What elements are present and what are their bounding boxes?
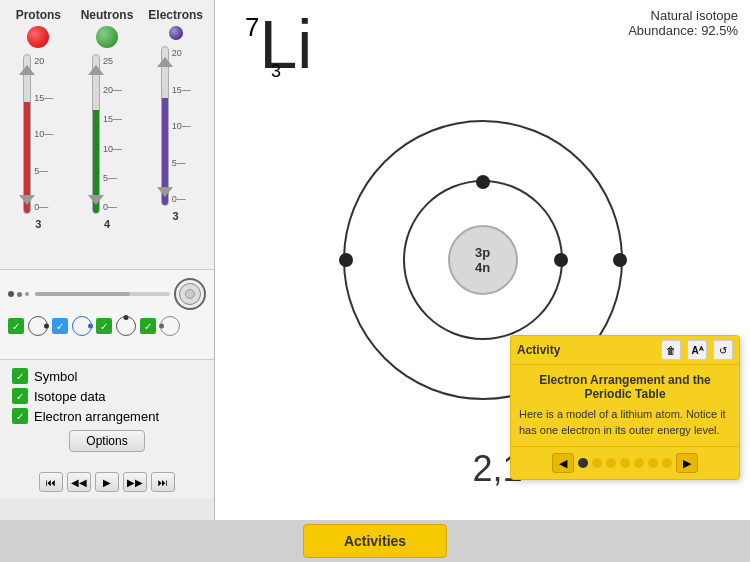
mass-number: 7 bbox=[245, 10, 259, 40]
isotope-info-line2: Abundance: 92.5% bbox=[628, 23, 738, 38]
main-container: Protons 20 15— 10— 5— bbox=[0, 0, 750, 520]
nav-dot-3[interactable] bbox=[606, 458, 616, 468]
neutrons-track[interactable] bbox=[92, 54, 100, 214]
activity-prev-button[interactable]: ◀ bbox=[552, 453, 574, 473]
electrons-track[interactable] bbox=[161, 46, 169, 206]
isotope-data-checkbox-row[interactable]: ✓ Isotope data bbox=[12, 388, 202, 404]
nav-dot-2[interactable] bbox=[592, 458, 602, 468]
electron-arrangement-checkbox-row[interactable]: ✓ Electron arrangement bbox=[12, 408, 202, 424]
anim-orbit-4 bbox=[160, 316, 180, 336]
protons-label: Protons bbox=[16, 8, 61, 22]
protons-thumb-bottom[interactable] bbox=[19, 195, 35, 205]
neutrons-thumb-bottom[interactable] bbox=[88, 195, 104, 205]
neutrons-tick-0: 0— bbox=[103, 202, 122, 212]
electrons-thumb-bottom[interactable] bbox=[157, 187, 173, 197]
electrons-thumb-top[interactable] bbox=[157, 57, 173, 67]
activity-refresh-icon[interactable]: ↺ bbox=[713, 340, 733, 360]
activity-delete-icon[interactable]: 🗑 bbox=[661, 340, 681, 360]
nucleus-neutrons: 4n bbox=[475, 260, 490, 275]
protons-thumb-top[interactable] bbox=[19, 65, 35, 75]
electrons-indicator bbox=[169, 26, 183, 40]
neutrons-label: Neutrons bbox=[81, 8, 134, 22]
particle-dot-3 bbox=[25, 292, 29, 296]
particle-dot-1 bbox=[8, 291, 14, 297]
nav-dot-5[interactable] bbox=[634, 458, 644, 468]
element-symbol-container: 7 Li 3 bbox=[245, 10, 312, 78]
symbol-checkbox-row[interactable]: ✓ Symbol bbox=[12, 368, 202, 384]
forward-end-button[interactable]: ⏭ bbox=[151, 472, 175, 492]
options-button[interactable]: Options bbox=[69, 430, 144, 452]
rewind-button[interactable]: ◀◀ bbox=[67, 472, 91, 492]
symbol-checkbox[interactable]: ✓ bbox=[12, 368, 28, 384]
electrons-tick-20: 20 bbox=[172, 48, 191, 58]
activity-font-icon[interactable]: Aᴬ bbox=[687, 340, 707, 360]
sliders-area: Protons 20 15— 10— 5— bbox=[0, 0, 214, 270]
anim-orbit-electron-2 bbox=[88, 324, 93, 329]
anim-orbit-3 bbox=[116, 316, 136, 336]
neutrons-thumb-top[interactable] bbox=[88, 65, 104, 75]
neutrons-tick-15: 15— bbox=[103, 114, 122, 124]
electrons-label: Electrons bbox=[148, 8, 203, 22]
electrons-slider-col: Electrons 20 15— 10— 5— bbox=[146, 8, 206, 265]
activity-next-button[interactable]: ▶ bbox=[676, 453, 698, 473]
anim-check-1: ✓ bbox=[8, 318, 24, 334]
activity-body: Electron Arrangement and the Periodic Ta… bbox=[511, 365, 739, 446]
activity-panel: Activity 🗑 Aᴬ ↺ Electron Arrangement and… bbox=[510, 335, 740, 480]
protons-slider-col: Protons 20 15— 10— 5— bbox=[8, 8, 68, 265]
protons-track[interactable] bbox=[23, 54, 31, 214]
activity-nav: ◀ ▶ bbox=[511, 446, 739, 479]
symbol-label: Symbol bbox=[34, 369, 77, 384]
electrons-tick-0: 0— bbox=[172, 194, 191, 204]
electron-left bbox=[339, 253, 353, 267]
isotope-data-checkbox[interactable]: ✓ bbox=[12, 388, 28, 404]
rewind-end-button[interactable]: ⏮ bbox=[39, 472, 63, 492]
electron-inner-right bbox=[554, 253, 568, 267]
activity-icons: 🗑 Aᴬ ↺ bbox=[661, 340, 733, 360]
element-symbol: Li bbox=[259, 10, 312, 78]
neutrons-tick-20: 20— bbox=[103, 85, 122, 95]
protons-indicator bbox=[27, 26, 49, 48]
electrons-tick-10: 10— bbox=[172, 121, 191, 131]
isotope-data-label: Isotope data bbox=[34, 389, 106, 404]
isotope-info-line1: Natural isotope bbox=[628, 8, 738, 23]
playback-controls: ⏮ ◀◀ ▶ ▶▶ ⏭ bbox=[0, 466, 214, 498]
nav-dot-6[interactable] bbox=[648, 458, 658, 468]
neutrons-tick-5: 5— bbox=[103, 173, 122, 183]
atomic-number: 3 bbox=[271, 61, 281, 82]
electrons-tick-5: 5— bbox=[172, 158, 191, 168]
protons-tick-10: 10— bbox=[34, 129, 53, 139]
right-panel: Natural isotope Abundance: 92.5% 7 Li 3 bbox=[215, 0, 750, 520]
electron-arrangement-checkbox[interactable]: ✓ bbox=[12, 408, 28, 424]
neutrons-indicator bbox=[96, 26, 118, 48]
anim-check-2: ✓ bbox=[52, 318, 68, 334]
nucleus-icon-inner bbox=[179, 283, 201, 305]
bottom-bar: Activities bbox=[0, 520, 750, 562]
activity-text: Here is a model of a lithium atom. Notic… bbox=[519, 407, 731, 438]
activity-header: Activity 🗑 Aᴬ ↺ bbox=[511, 336, 739, 365]
neutrons-tick-10: 10— bbox=[103, 144, 122, 154]
animation-track-fill bbox=[35, 292, 130, 296]
checkboxes-area: ✓ Symbol ✓ Isotope data ✓ Electron arran… bbox=[0, 360, 214, 466]
electrons-tick-15: 15— bbox=[172, 85, 191, 95]
anim-orbit-electron-4 bbox=[159, 324, 164, 329]
protons-tick-0: 0— bbox=[34, 202, 53, 212]
protons-value: 3 bbox=[35, 218, 41, 230]
particle-dot-2 bbox=[17, 292, 22, 297]
isotope-info: Natural isotope Abundance: 92.5% bbox=[628, 8, 738, 38]
anim-icons-row: ✓ ✓ ✓ ✓ bbox=[8, 316, 206, 336]
activities-button[interactable]: Activities bbox=[303, 524, 447, 558]
animation-bar bbox=[8, 278, 206, 310]
activity-title: Electron Arrangement and the Periodic Ta… bbox=[519, 373, 731, 401]
animation-track bbox=[35, 292, 170, 296]
forward-button[interactable]: ▶▶ bbox=[123, 472, 147, 492]
play-button[interactable]: ▶ bbox=[95, 472, 119, 492]
nav-dot-1[interactable] bbox=[578, 458, 588, 468]
anim-check-3: ✓ bbox=[96, 318, 112, 334]
nav-dot-7[interactable] bbox=[662, 458, 672, 468]
protons-tick-15: 15— bbox=[34, 93, 53, 103]
neutrons-value: 4 bbox=[104, 218, 110, 230]
nav-dot-4[interactable] bbox=[620, 458, 630, 468]
nucleus-protons: 3p bbox=[475, 245, 490, 260]
protons-tick-20: 20 bbox=[34, 56, 53, 66]
anim-check-4: ✓ bbox=[140, 318, 156, 334]
